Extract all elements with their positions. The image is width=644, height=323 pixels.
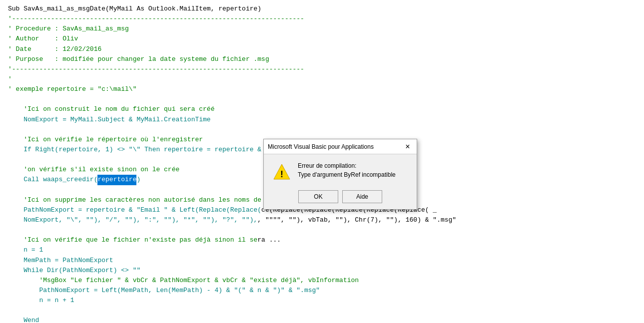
line-text: '---------------------------------------… xyxy=(8,14,304,24)
line-text xyxy=(8,225,12,235)
line-text: If Right(repertoire, 1) <> "\" Then repe… xyxy=(8,145,277,155)
code-line-4: ' Author : Oliv xyxy=(0,34,644,44)
line-text: ' Purpose : modifiée pour changer la dat… xyxy=(8,54,269,64)
line-text: 'Ici on supprime les caractères non auto… xyxy=(8,195,261,205)
dialog-buttons: OK Aide xyxy=(272,190,409,203)
line-text: n = 1 xyxy=(8,245,43,255)
code-line-27: While Dir(PathNomExport) <> "" xyxy=(0,266,644,276)
line-text-cut4: ra ... xyxy=(257,235,281,245)
code-line-32: Wend xyxy=(0,316,644,323)
line-text: ' Author : Oliv xyxy=(8,34,78,44)
svg-text:!: ! xyxy=(280,169,283,179)
code-line-24: 'Ici on vérifie que le fichier n'existe … xyxy=(0,235,644,245)
code-line-29: PathNomExport = Left(MemPath, Len(MemPat… xyxy=(0,286,644,296)
line-text: Wend xyxy=(8,316,39,323)
code-line-11: 'Ici on construit le nom du fichier qui … xyxy=(0,104,644,114)
line-text: 'MsgBox "Le fichier " & vbCr & PathNomEx… xyxy=(8,276,359,286)
line-text: 'Ici on construit le nom du fichier qui … xyxy=(8,104,214,114)
code-line-26: MemPath = PathNomExport xyxy=(0,256,644,266)
line-text: n = n + 1 xyxy=(8,296,74,306)
line-text: ' exemple repertoire = "c:\mail\" xyxy=(8,84,136,94)
code-line-28: 'MsgBox "Le fichier " & vbCr & PathNomEx… xyxy=(0,276,644,286)
line-text-after: ) xyxy=(136,175,140,185)
line-text: 'on vérifie s'il existe sinon on le crée xyxy=(8,165,179,175)
line-text xyxy=(8,155,12,165)
line-text-before: Call waaps_creedir( xyxy=(8,175,97,185)
code-line-6: ' Purpose : modifiée pour changer la dat… xyxy=(0,54,644,64)
line-text xyxy=(8,185,12,195)
highlighted-word: repertoire xyxy=(97,175,136,185)
code-line-8: ' xyxy=(0,74,644,84)
dialog-messages: Erreur de compilation: Type d'argument B… xyxy=(298,162,396,178)
line-text: '---------------------------------------… xyxy=(8,64,304,74)
line-text xyxy=(8,94,12,104)
line-text-cut3: , """", ""), vbTab, ""), Chr(7), ""), 16… xyxy=(257,215,456,225)
line-text xyxy=(8,306,12,316)
line-text: NomExport = MyMail.Subject & MyMail.Crea… xyxy=(8,115,211,125)
code-line-25: n = 1 xyxy=(0,245,644,255)
line-text: ' xyxy=(8,74,12,84)
code-line-9: ' exemple repertoire = "c:\mail\" xyxy=(0,84,644,94)
warning-triangle-svg: ! xyxy=(273,163,291,181)
dialog-title: Microsoft Visual Basic pour Applications xyxy=(268,143,374,150)
warning-icon: ! xyxy=(272,162,292,182)
code-line-2: '---------------------------------------… xyxy=(0,14,644,24)
code-line-12: NomExport = MyMail.Subject & MyMail.Crea… xyxy=(0,115,644,125)
code-line-empty5 xyxy=(0,225,644,235)
line-text: NomExport, "\", ""), "/", ""), ":", ""),… xyxy=(8,215,257,225)
line-text xyxy=(8,125,12,135)
code-line-empty6 xyxy=(0,306,644,316)
line-text: Sub SavAs_mail_as_msgDate(MyMail As Outl… xyxy=(8,4,261,14)
aide-button[interactable]: Aide xyxy=(342,190,382,203)
code-line-empty2 xyxy=(0,125,644,135)
code-line-22: NomExport, "\", ""), "/", ""), ":", ""),… xyxy=(0,215,644,225)
ok-button[interactable]: OK xyxy=(298,190,338,203)
line-text: PathNomExport = repertoire & "Email " & … xyxy=(8,205,261,215)
error-message-1: Erreur de compilation: xyxy=(298,162,396,169)
line-text: ' Date : 12/02/2016 xyxy=(8,44,101,54)
line-text: PathNomExport = Left(MemPath, Len(MemPat… xyxy=(8,286,320,296)
line-text: ' Procedure : SavAs_mail_as_msg xyxy=(8,24,129,34)
code-line-30: n = n + 1 xyxy=(0,296,644,306)
vba-error-dialog[interactable]: Microsoft Visual Basic pour Applications… xyxy=(263,139,417,210)
dialog-body: ! Erreur de compilation: Type d'argument… xyxy=(264,154,417,209)
code-line-7: '---------------------------------------… xyxy=(0,64,644,74)
dialog-titlebar: Microsoft Visual Basic pour Applications… xyxy=(264,139,417,154)
line-text: MemPath = PathNomExport xyxy=(8,256,113,266)
code-line-empty1 xyxy=(0,94,644,104)
code-line-1: Sub SavAs_mail_as_msgDate(MyMail As Outl… xyxy=(0,4,644,14)
line-text: While Dir(PathNomExport) <> "" xyxy=(8,266,140,276)
line-text: 'Ici on vérifie que le fichier n'existe … xyxy=(8,235,257,245)
code-line-5: ' Date : 12/02/2016 xyxy=(0,44,644,54)
dialog-content: ! Erreur de compilation: Type d'argument… xyxy=(272,162,409,182)
code-line-3: ' Procedure : SavAs_mail_as_msg xyxy=(0,24,644,34)
line-text: 'Ici on vérifie le répertoire où l'enreg… xyxy=(8,135,203,145)
close-button[interactable]: × xyxy=(403,142,413,152)
error-message-2: Type d'argument ByRef incompatible xyxy=(298,171,396,178)
